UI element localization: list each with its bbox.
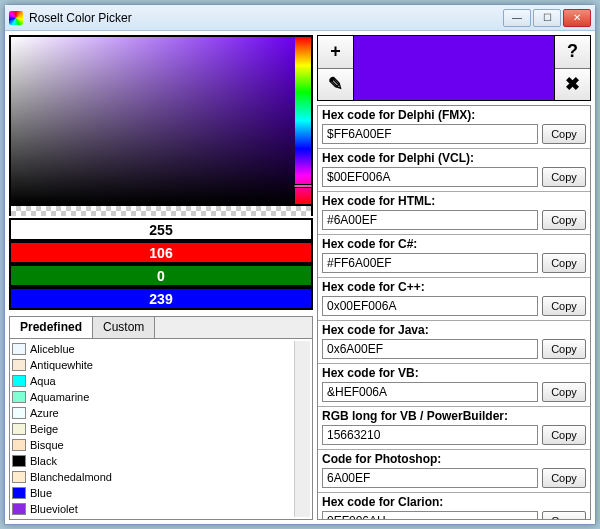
swatch-label: Beige — [30, 423, 58, 435]
code-row: #6A00EFCopy — [322, 210, 586, 230]
help-button[interactable]: ? — [555, 36, 590, 69]
list-item[interactable]: Black — [12, 453, 294, 469]
copy-button[interactable]: Copy — [542, 468, 586, 488]
copy-button[interactable]: Copy — [542, 339, 586, 359]
list-item[interactable]: Antiquewhite — [12, 357, 294, 373]
code-value[interactable]: $00EF006A — [322, 167, 538, 187]
list-item[interactable]: Bisque — [12, 437, 294, 453]
swatch-label: Antiquewhite — [30, 359, 93, 371]
swatch-icon — [12, 343, 26, 355]
swatch-icon — [12, 471, 26, 483]
code-value[interactable]: 0EF006AH — [322, 511, 538, 520]
code-value[interactable]: &HEF006A — [322, 382, 538, 402]
swatch-label: Blueviolet — [30, 503, 78, 515]
code-row: &HEF006ACopy — [322, 382, 586, 402]
code-value[interactable]: 0x00EF006A — [322, 296, 538, 316]
code-value[interactable]: #6A00EF — [322, 210, 538, 230]
swatch-label: Aliceblue — [30, 343, 75, 355]
code-label: Hex code for HTML: — [322, 194, 586, 208]
code-row: 15663210Copy — [322, 425, 586, 445]
plus-icon: + — [330, 41, 341, 62]
code-label: Hex code for VB: — [322, 366, 586, 380]
blue-value[interactable]: 239 — [9, 287, 313, 310]
palette-tabs: Predefined Custom AliceblueAntiquewhiteA… — [9, 316, 313, 520]
list-item[interactable]: Aliceblue — [12, 341, 294, 357]
list-item[interactable]: Blue — [12, 485, 294, 501]
tab-predefined[interactable]: Predefined — [10, 317, 93, 338]
rgb-readout: 255 106 0 239 — [9, 218, 313, 310]
code-row: #FF6A00EFCopy — [322, 253, 586, 273]
code-value[interactable]: #FF6A00EF — [322, 253, 538, 273]
app-window: Roselt Color Picker — ☐ ✕ 255 106 0 239 — [4, 4, 596, 525]
code-output-list: Hex code for Delphi (FMX):$FF6A00EFCopyH… — [317, 105, 591, 520]
hue-slider[interactable] — [295, 37, 311, 204]
copy-button[interactable]: Copy — [542, 511, 586, 520]
code-group: Code for Photoshop:6A00EFCopy — [318, 450, 590, 493]
code-label: Hex code for C#: — [322, 237, 586, 251]
window-buttons: — ☐ ✕ — [503, 9, 591, 27]
eyedropper-button[interactable]: ✎ — [318, 69, 353, 101]
color-field-wrap — [9, 35, 313, 206]
code-group: Hex code for Delphi (VCL):$00EF006ACopy — [318, 149, 590, 192]
swatch-label: Black — [30, 455, 57, 467]
list-item[interactable]: Beige — [12, 421, 294, 437]
code-value[interactable]: 6A00EF — [322, 468, 538, 488]
swatch-icon — [12, 455, 26, 467]
alpha-value[interactable]: 255 — [9, 218, 313, 241]
hue-cursor[interactable] — [293, 184, 313, 188]
code-row: $FF6A00EFCopy — [322, 124, 586, 144]
code-value[interactable]: 0x6A00EF — [322, 339, 538, 359]
maximize-button[interactable]: ☐ — [533, 9, 561, 27]
list-scrollbar[interactable] — [294, 341, 310, 517]
code-group: RGB long for VB / PowerBuilder:15663210C… — [318, 407, 590, 450]
swatch-icon — [12, 407, 26, 419]
titlebar[interactable]: Roselt Color Picker — ☐ ✕ — [5, 5, 595, 31]
code-value[interactable]: $FF6A00EF — [322, 124, 538, 144]
saturation-value-field[interactable] — [11, 37, 295, 204]
code-label: RGB long for VB / PowerBuilder: — [322, 409, 586, 423]
preview-left-tools: + ✎ — [318, 36, 354, 100]
code-row: 0x00EF006ACopy — [322, 296, 586, 316]
code-label: Hex code for Clarion: — [322, 495, 586, 509]
red-value[interactable]: 106 — [9, 241, 313, 264]
list-item[interactable]: Blueviolet — [12, 501, 294, 517]
close-button[interactable]: ✕ — [563, 9, 591, 27]
copy-button[interactable]: Copy — [542, 296, 586, 316]
settings-button[interactable]: ✖ — [555, 69, 590, 101]
alpha-strip[interactable] — [9, 206, 313, 216]
code-group: Hex code for Delphi (FMX):$FF6A00EFCopy — [318, 106, 590, 149]
predefined-color-list[interactable]: AliceblueAntiquewhiteAquaAquamarineAzure… — [10, 339, 312, 519]
minimize-button[interactable]: — — [503, 9, 531, 27]
tabstrip: Predefined Custom — [10, 317, 312, 339]
copy-button[interactable]: Copy — [542, 167, 586, 187]
swatch-icon — [12, 503, 26, 515]
copy-button[interactable]: Copy — [542, 382, 586, 402]
tab-custom[interactable]: Custom — [93, 317, 155, 338]
copy-button[interactable]: Copy — [542, 425, 586, 445]
code-label: Hex code for Delphi (VCL): — [322, 151, 586, 165]
green-value[interactable]: 0 — [9, 264, 313, 287]
copy-button[interactable]: Copy — [542, 124, 586, 144]
swatch-icon — [12, 375, 26, 387]
list-item[interactable]: Aquamarine — [12, 389, 294, 405]
code-group: Hex code for C#:#FF6A00EFCopy — [318, 235, 590, 278]
code-row: 0x6A00EFCopy — [322, 339, 586, 359]
list-item[interactable]: Aqua — [12, 373, 294, 389]
swatch-label: Blanchedalmond — [30, 471, 112, 483]
code-row: $00EF006ACopy — [322, 167, 586, 187]
left-column: 255 106 0 239 Predefined Custom Aliceblu… — [9, 35, 313, 520]
list-item[interactable]: Azure — [12, 405, 294, 421]
list-item[interactable]: Blanchedalmond — [12, 469, 294, 485]
code-label: Hex code for Java: — [322, 323, 586, 337]
copy-button[interactable]: Copy — [542, 253, 586, 273]
code-group: Hex code for C++:0x00EF006ACopy — [318, 278, 590, 321]
code-group: Hex code for Java:0x6A00EFCopy — [318, 321, 590, 364]
add-color-button[interactable]: + — [318, 36, 353, 69]
brush-icon: ✎ — [328, 73, 343, 95]
code-value[interactable]: 15663210 — [322, 425, 538, 445]
preview-right-tools: ? ✖ — [554, 36, 590, 100]
swatch-icon — [12, 359, 26, 371]
copy-button[interactable]: Copy — [542, 210, 586, 230]
tools-icon: ✖ — [565, 73, 580, 95]
right-column: + ✎ ? ✖ Hex code for Delphi (FMX):$FF — [317, 35, 591, 520]
